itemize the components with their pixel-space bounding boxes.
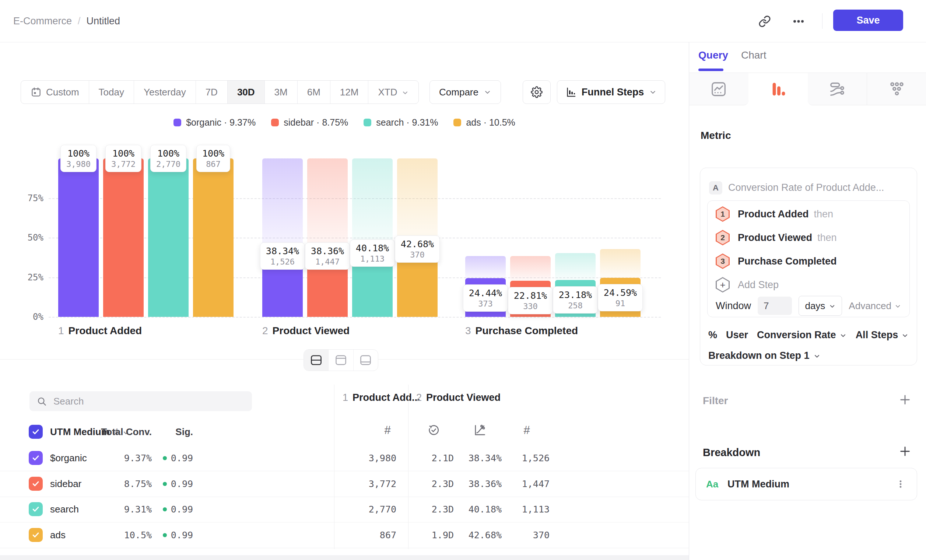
bar-value-label: 40.18%1,113 bbox=[350, 239, 395, 267]
step2-number: 2 bbox=[416, 392, 422, 403]
funnel-steps-card: 1Product Addedthen2Product Viewedthen3Pu… bbox=[707, 200, 910, 317]
chevron-down-icon bbox=[840, 332, 847, 339]
chart-type-tab-scatter[interactable] bbox=[867, 73, 926, 105]
funnel-bar-search[interactable] bbox=[148, 159, 189, 317]
query-step-2[interactable]: 2Product Viewedthen bbox=[716, 230, 837, 246]
row-name[interactable]: search bbox=[50, 496, 79, 522]
bar-count: 91 bbox=[604, 299, 637, 308]
bar-value-label: 24.59%91 bbox=[598, 284, 643, 311]
add-filter-button[interactable] bbox=[899, 394, 911, 406]
row-checkbox[interactable] bbox=[29, 528, 43, 542]
bar-pct: 23.18% bbox=[559, 289, 592, 300]
funnel-bar-organic[interactable] bbox=[58, 159, 99, 317]
window-unit-select[interactable]: days bbox=[799, 296, 842, 316]
tab-chart[interactable]: Chart bbox=[741, 49, 766, 61]
tab-query[interactable]: Query bbox=[698, 49, 728, 61]
step-name: Purchase Completed bbox=[475, 325, 578, 337]
row-significance: 0.99 bbox=[141, 496, 193, 522]
chart-type-tab-funnel[interactable] bbox=[749, 73, 808, 105]
check-icon bbox=[32, 454, 40, 462]
search-input[interactable] bbox=[53, 395, 245, 407]
funnel-bar-sidebar[interactable] bbox=[103, 159, 144, 317]
query-step-1[interactable]: 1Product Addedthen bbox=[716, 206, 833, 222]
sig-header[interactable]: Sig. bbox=[156, 420, 193, 444]
step-suffix: then bbox=[814, 209, 834, 220]
more-menu-button[interactable] bbox=[791, 14, 806, 29]
measure-scope-select[interactable]: All Steps bbox=[856, 329, 909, 341]
bar-value-label: 38.36%1,447 bbox=[305, 242, 350, 270]
bar-count: 2,770 bbox=[156, 159, 180, 169]
step-name: Product Viewed bbox=[272, 325, 350, 337]
advanced-toggle[interactable]: Advanced bbox=[849, 300, 901, 312]
row-name[interactable]: sidebar bbox=[50, 471, 82, 496]
add-step-button[interactable]: + Add Step bbox=[716, 277, 779, 293]
chart-step-label-3: 3Purchase Completed bbox=[465, 325, 578, 337]
bar-count: 1,447 bbox=[311, 257, 344, 266]
bar-pct: 42.68% bbox=[401, 239, 434, 250]
step-suffix: then bbox=[817, 232, 837, 244]
funnel-ghost-bar bbox=[352, 159, 393, 253]
ellipsis-icon bbox=[792, 15, 805, 28]
count-icon[interactable]: # bbox=[521, 424, 532, 437]
view-toggle-table-only[interactable] bbox=[354, 350, 378, 371]
bar-value-label: 100%3,772 bbox=[105, 145, 141, 172]
horizontal-scrollbar[interactable] bbox=[0, 555, 689, 560]
app-window: E-Commerce / Untitled Save CustomTodayYe… bbox=[0, 0, 926, 560]
time-to-convert-icon[interactable] bbox=[427, 424, 440, 437]
row-step2-count: 1,113 bbox=[478, 496, 549, 522]
view-toggle-split-view[interactable] bbox=[304, 350, 328, 371]
sidebar-divider bbox=[689, 42, 689, 560]
bar-value-label: 100%867 bbox=[196, 145, 230, 172]
metric-title[interactable]: Conversion Rate of Product Adde... bbox=[728, 182, 884, 194]
y-axis-tick: 50% bbox=[11, 233, 44, 243]
active-tab-underline bbox=[698, 68, 723, 71]
measure-scope-label: All Steps bbox=[856, 329, 898, 341]
kebab-menu-button[interactable] bbox=[893, 477, 908, 492]
row-name[interactable]: $organic bbox=[50, 445, 87, 471]
window-value-input[interactable]: 7 bbox=[758, 297, 792, 315]
total-conv-header[interactable]: Total Conv. bbox=[88, 420, 152, 444]
row-checkbox[interactable] bbox=[29, 502, 43, 516]
row-significance: 0.99 bbox=[141, 471, 193, 496]
chart-type-tab-flow[interactable] bbox=[808, 73, 867, 105]
row-checkbox[interactable] bbox=[29, 477, 43, 491]
breakdown-on-step-select[interactable]: Breakdown on Step 1 bbox=[708, 350, 821, 362]
row-name[interactable]: ads bbox=[50, 522, 65, 548]
row-step2-count: 1,447 bbox=[478, 471, 549, 496]
funnel-bar-ads[interactable] bbox=[193, 159, 233, 317]
add-breakdown-button[interactable] bbox=[899, 445, 911, 457]
query-step-label: Purchase Completed bbox=[738, 256, 837, 267]
bar-pct: 100% bbox=[156, 148, 180, 159]
bar-count: 1,113 bbox=[356, 254, 389, 263]
save-button[interactable]: Save bbox=[833, 9, 903, 31]
bar-pct: 22.81% bbox=[514, 290, 547, 301]
filter-heading: Filter bbox=[703, 395, 728, 407]
bar-pct: 24.59% bbox=[604, 288, 637, 298]
sig-value: 0.99 bbox=[171, 522, 193, 548]
chart-type-tab-line-chart[interactable] bbox=[689, 73, 749, 105]
y-axis-tick: 0% bbox=[11, 312, 44, 322]
share-link-button[interactable] bbox=[757, 14, 772, 29]
sig-dot bbox=[163, 507, 167, 512]
measure-metric-select[interactable]: Conversion Rate bbox=[757, 329, 847, 341]
table-step2-header[interactable]: 2 Product Viewed bbox=[416, 392, 501, 403]
select-all-checkbox[interactable] bbox=[29, 425, 43, 439]
row-step2-count: 370 bbox=[478, 522, 549, 548]
scatter-icon bbox=[888, 81, 905, 98]
query-step-3[interactable]: 3Purchase Completed bbox=[716, 253, 837, 269]
conversion-rate-icon[interactable] bbox=[473, 424, 486, 437]
step2-label: Product Viewed bbox=[426, 392, 501, 403]
measure-entity[interactable]: User bbox=[726, 329, 748, 341]
chart-only-icon bbox=[335, 355, 346, 365]
table-row-sidebar: sidebar8.75%0.993,7722.3D38.36%1,447 bbox=[0, 471, 689, 497]
breakdown-item-card[interactable]: Aa UTM Medium bbox=[695, 468, 917, 500]
count-icon[interactable]: # bbox=[382, 424, 393, 437]
breakdown-heading: Breakdown bbox=[703, 446, 760, 459]
view-toggle-chart-only[interactable] bbox=[328, 350, 353, 371]
flow-icon bbox=[829, 81, 846, 98]
bar-value-label: 100%3,980 bbox=[61, 145, 97, 172]
bar-pct: 40.18% bbox=[356, 243, 389, 253]
step1-label: Product Add... bbox=[353, 392, 420, 403]
step-number: 1 bbox=[58, 325, 64, 337]
row-checkbox[interactable] bbox=[29, 451, 43, 465]
